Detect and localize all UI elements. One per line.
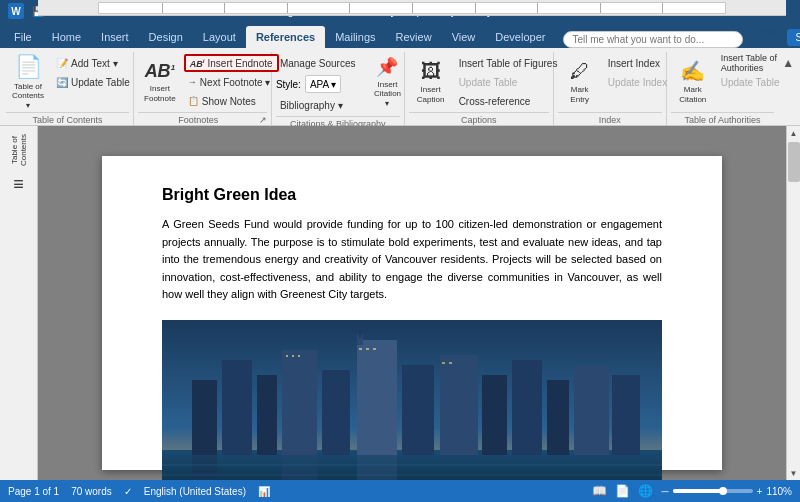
svg-rect-18 [359, 348, 362, 350]
mark-citation-btn[interactable]: ✍ MarkCitation [671, 54, 715, 110]
show-notes-icon: 📋 [188, 96, 199, 106]
update-authorities-btn[interactable]: Update Table [717, 73, 784, 91]
zoom-thumb[interactable] [719, 487, 727, 495]
mark-citation-icon: ✍ [680, 59, 705, 83]
zoom-in-btn[interactable]: + [757, 486, 763, 497]
insert-index-btn[interactable]: Insert Index [604, 54, 672, 72]
tab-design[interactable]: Design [139, 26, 193, 48]
insert-endnote-btn[interactable]: ABi Insert Endnote [184, 54, 279, 72]
svg-rect-8 [402, 365, 434, 455]
svg-rect-9 [440, 355, 478, 455]
svg-rect-10 [482, 375, 507, 455]
svg-rect-7 [357, 340, 397, 455]
svg-rect-16 [292, 355, 294, 357]
ribbon-group-authorities: ✍ MarkCitation Insert Table ofAuthoritie… [667, 52, 778, 125]
show-notes-btn[interactable]: 📋 Show Notes [184, 92, 279, 110]
svg-rect-26 [282, 452, 317, 480]
svg-rect-11 [512, 360, 542, 455]
scroll-up-btn[interactable]: ▲ [787, 126, 801, 140]
index-sub-buttons: Insert Index Update Index [604, 54, 672, 91]
ribbon-group-toc: 📄 Table ofContents ▾ 📝 Add Text ▾ 🔄 Upda… [2, 52, 134, 125]
document-image [162, 320, 662, 480]
scroll-thumb[interactable] [788, 142, 800, 182]
update-table-captions-btn[interactable]: Update Table [455, 73, 562, 91]
next-footnote-btn[interactable]: → Next Footnote ▾ [184, 73, 279, 91]
svg-rect-6 [322, 370, 350, 455]
ribbon-collapse-btn[interactable]: ▲ [778, 52, 798, 125]
page-info: Page 1 of 1 [8, 486, 59, 497]
insert-table-figures-btn[interactable]: Insert Table of Figures [455, 54, 562, 72]
next-footnote-icon: → [188, 77, 197, 87]
tab-insert[interactable]: Insert [91, 26, 139, 48]
tab-home[interactable]: Home [42, 26, 91, 48]
svg-rect-5 [282, 350, 317, 455]
zoom-track[interactable] [673, 489, 753, 493]
tab-developer[interactable]: Developer [485, 26, 555, 48]
insert-footnote-btn[interactable]: AB1 InsertFootnote [138, 54, 182, 110]
tell-me-area [555, 31, 751, 48]
update-index-btn[interactable]: Update Index [604, 73, 672, 91]
add-text-icon: 📝 [56, 58, 68, 69]
insert-authorities-btn[interactable]: Insert Table ofAuthorities [717, 54, 784, 72]
tab-view[interactable]: View [442, 26, 486, 48]
status-left: Page 1 of 1 70 words ✓ English (United S… [8, 486, 270, 497]
document-page: Bright Green Idea A Green Seeds Fund wou… [102, 156, 722, 470]
view-layout-btn[interactable]: 📄 [615, 484, 630, 498]
scroll-down-btn[interactable]: ▼ [787, 466, 801, 480]
vertical-scrollbar[interactable]: ▲ ▼ [786, 126, 800, 480]
ribbon-content: 📄 Table ofContents ▾ 📝 Add Text ▾ 🔄 Upda… [0, 48, 800, 126]
spellcheck-icon[interactable]: ✓ [124, 486, 132, 497]
tab-file[interactable]: File [4, 26, 42, 48]
zoom-control[interactable]: ─ + 110% [661, 486, 792, 497]
captions-group-label: Captions [409, 112, 549, 127]
toc-sidebar-icon[interactable]: ≡ [13, 174, 24, 195]
footnotes-group-label: Footnotes ↗ [138, 112, 267, 127]
footnotes-group-content: AB1 InsertFootnote ABi Insert Endnote → … [138, 54, 267, 110]
tab-review[interactable]: Review [386, 26, 442, 48]
ribbon-group-index: 🖊 MarkEntry Insert Index Update Index In… [554, 52, 667, 125]
insert-caption-btn[interactable]: 🖼 InsertCaption [409, 54, 453, 110]
svg-rect-12 [547, 380, 569, 455]
cross-reference-btn[interactable]: Cross-reference [455, 92, 562, 110]
language[interactable]: English (United States) [144, 486, 246, 497]
tab-mailings[interactable]: Mailings [325, 26, 385, 48]
svg-rect-25 [192, 452, 217, 480]
authorities-group-label: Table of Authorities [671, 112, 774, 127]
style-row: Style: APA ▾ [276, 73, 360, 95]
insert-citation-btn[interactable]: 📌 InsertCitation ▾ [365, 54, 409, 110]
zoom-level: 110% [766, 486, 792, 497]
footnotes-expand-icon[interactable]: ↗ [259, 115, 267, 125]
citations-buttons: Manage Sources Style: APA ▾ Bibliography… [276, 54, 360, 114]
caption-icon: 🖼 [421, 60, 441, 83]
toc-group-label: Table of Contents [6, 112, 129, 127]
tell-me-input[interactable] [563, 31, 743, 48]
update-table-btn[interactable]: 🔄 Update Table [52, 73, 134, 91]
table-of-contents-btn[interactable]: 📄 Table ofContents ▾ [6, 54, 50, 110]
style-combobox[interactable]: APA ▾ [305, 75, 341, 93]
style-label: Style: [276, 79, 301, 90]
captions-group-content: 🖼 InsertCaption Insert Table of Figures … [409, 54, 549, 110]
word-count: 70 words [71, 486, 112, 497]
svg-rect-4 [257, 375, 277, 455]
bibliography-btn[interactable]: Bibliography ▾ [276, 96, 360, 114]
manage-sources-btn[interactable]: Manage Sources [276, 54, 360, 72]
tab-layout[interactable]: Layout [193, 26, 246, 48]
svg-rect-24 [359, 330, 361, 338]
track-changes-icon[interactable]: 📊 [258, 486, 270, 497]
tab-references[interactable]: References [246, 26, 325, 48]
add-text-btn[interactable]: 📝 Add Text ▾ [52, 54, 134, 72]
svg-rect-13 [574, 365, 609, 455]
document-scroll-area: Bright Green Idea A Green Seeds Fund wou… [38, 126, 786, 480]
ribbon-group-footnotes: AB1 InsertFootnote ABi Insert Endnote → … [134, 52, 272, 125]
zoom-out-btn[interactable]: ─ [661, 486, 668, 497]
view-web-btn[interactable]: 🌐 [638, 484, 653, 498]
document-body: A Green Seeds Fund would provide funding… [162, 216, 662, 304]
svg-rect-17 [298, 355, 300, 357]
update-table-icon: 🔄 [56, 77, 68, 88]
view-read-btn[interactable]: 📖 [592, 484, 607, 498]
sign-in-button[interactable]: Sign in [759, 26, 779, 48]
share-button[interactable]: Share [787, 29, 800, 46]
mark-entry-btn[interactable]: 🖊 MarkEntry [558, 54, 602, 110]
svg-rect-20 [373, 348, 376, 350]
document-title: Bright Green Idea [162, 186, 662, 204]
